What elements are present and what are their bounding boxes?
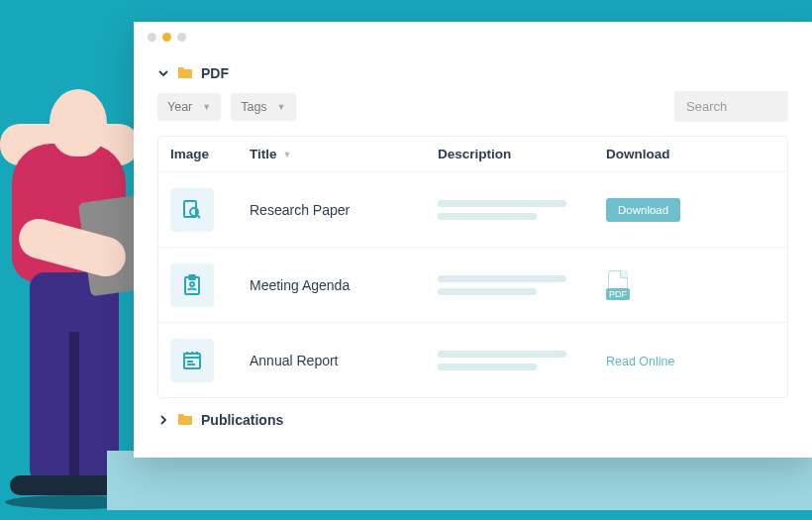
window-dot-min[interactable] xyxy=(162,33,171,42)
doc-search-icon xyxy=(170,188,214,232)
folder-pdf-label: PDF xyxy=(201,65,229,81)
table-header: Image Title ▼ Description Download xyxy=(158,137,787,171)
chevron-down-icon xyxy=(157,67,169,79)
svg-point-4 xyxy=(190,282,194,286)
row-title: Research Paper xyxy=(250,202,438,218)
folder-publications[interactable]: Publications xyxy=(157,412,788,428)
content-area: PDF Year ▼ Tags ▼ Image Title ▼ Descript… xyxy=(134,52,812,458)
folder-icon xyxy=(177,65,193,81)
back-panel xyxy=(107,451,812,510)
filter-tags-label: Tags xyxy=(241,100,266,114)
folder-icon xyxy=(177,412,193,428)
filter-bar: Year ▼ Tags ▼ xyxy=(157,91,788,122)
window-dot-max[interactable] xyxy=(177,33,186,42)
col-image: Image xyxy=(170,147,250,161)
pdf-badge-icon[interactable]: PDF xyxy=(606,270,630,300)
row-description-placeholder xyxy=(438,275,606,295)
table-row: Annual Report Read Online xyxy=(158,322,787,397)
row-description-placeholder xyxy=(438,351,606,370)
row-description-placeholder xyxy=(438,200,606,220)
calendar-notes-icon xyxy=(170,339,214,382)
search-input[interactable] xyxy=(674,91,788,122)
documents-table: Image Title ▼ Description Download Resea… xyxy=(157,136,788,398)
folder-publications-label: Publications xyxy=(201,412,283,428)
window-titlebar xyxy=(134,22,812,52)
caret-down-icon: ▼ xyxy=(202,102,211,112)
app-window: PDF Year ▼ Tags ▼ Image Title ▼ Descript… xyxy=(134,22,812,458)
filter-year-label: Year xyxy=(167,100,192,114)
col-description: Description xyxy=(438,147,606,161)
table-row: Research Paper Download xyxy=(158,171,787,247)
download-button[interactable]: Download xyxy=(606,198,680,222)
table-row: Meeting Agenda PDF xyxy=(158,247,787,322)
col-download: Download xyxy=(606,147,725,161)
window-dot-close[interactable] xyxy=(148,33,156,42)
row-title: Meeting Agenda xyxy=(250,277,438,293)
folder-pdf[interactable]: PDF xyxy=(157,65,788,81)
row-title: Annual Report xyxy=(250,353,438,368)
caret-down-icon: ▼ xyxy=(277,102,286,112)
filter-year[interactable]: Year ▼ xyxy=(157,93,221,121)
col-title[interactable]: Title ▼ xyxy=(250,147,438,161)
clipboard-user-icon xyxy=(170,263,214,307)
chevron-right-icon xyxy=(157,414,169,426)
filter-tags[interactable]: Tags ▼ xyxy=(231,93,295,121)
svg-rect-3 xyxy=(189,275,195,279)
read-online-link[interactable]: Read Online xyxy=(606,355,675,368)
sort-caret-icon: ▼ xyxy=(283,150,292,159)
